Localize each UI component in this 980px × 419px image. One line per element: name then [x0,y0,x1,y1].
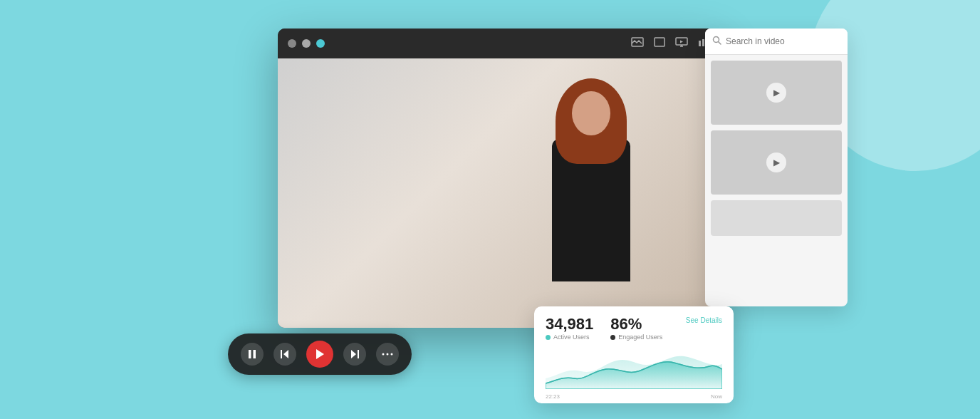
svg-marker-13 [351,350,356,358]
chart-end-label: Now [711,393,722,400]
svg-rect-14 [358,350,359,358]
search-input[interactable] [726,36,840,46]
svg-point-17 [391,353,393,356]
pause-button[interactable] [241,343,264,366]
svg-point-15 [382,353,385,356]
stat-active-users: 34,981 Active Users [546,316,593,341]
svg-rect-1 [655,38,664,46]
svg-marker-12 [316,349,324,359]
sidebar-thumbnails: ▶ ▶ [705,55,848,306]
thumb-play-1[interactable]: ▶ [766,83,786,103]
svg-rect-9 [254,350,256,358]
dot-3 [316,39,325,48]
chart-start-label: 22:23 [546,393,560,400]
active-users-number: 34,981 [546,316,593,332]
thumb-play-2[interactable]: ▶ [766,152,786,172]
svg-rect-8 [249,350,251,358]
thumbnail-3[interactable] [711,200,842,236]
search-icon [712,36,721,47]
next-button[interactable] [343,343,366,366]
engaged-users-label: Engaged Users [610,333,662,341]
engaged-users-number: 86% [610,316,662,332]
chart-labels: 22:23 Now [546,393,722,400]
stats-group: 34,981 Active Users 86% Engaged Users [546,316,662,341]
analytics-card: 34,981 Active Users 86% Engaged Users Se… [534,306,734,403]
svg-point-16 [387,353,389,356]
sidebar-panel: ▶ ▶ [705,29,848,306]
video-content [278,58,719,328]
thumbnail-2[interactable]: ▶ [711,130,842,195]
see-details-link[interactable]: See Details [686,316,722,324]
svg-rect-3 [699,41,701,46]
svg-line-7 [719,42,721,45]
controls-bar [228,333,412,375]
presenter-figure [520,86,662,328]
active-users-label: Active Users [546,333,593,341]
svg-rect-11 [281,350,282,358]
dark-dot [610,335,615,340]
stat-engaged-users: 86% Engaged Users [610,316,662,341]
dot-1 [288,39,296,48]
analytics-chart [546,346,722,389]
fullscreen-icon[interactable] [654,37,665,50]
search-bar[interactable] [705,29,848,55]
image-icon[interactable] [631,37,644,50]
titlebar-icons [631,37,709,50]
titlebar [278,29,719,58]
dot-2 [302,39,311,48]
teal-dot [546,335,551,340]
svg-marker-10 [283,350,288,358]
thumbnail-1[interactable]: ▶ [711,61,842,125]
svg-rect-4 [702,39,704,46]
player-window [278,29,719,328]
more-button[interactable] [376,343,399,366]
window-dots [288,39,325,48]
screen-play-icon[interactable] [675,37,688,50]
chart-area: 22:23 Now [546,346,722,396]
prev-button[interactable] [273,343,296,366]
video-frame [278,58,719,328]
analytics-stats: 34,981 Active Users 86% Engaged Users Se… [546,316,722,341]
play-button[interactable] [306,341,333,368]
